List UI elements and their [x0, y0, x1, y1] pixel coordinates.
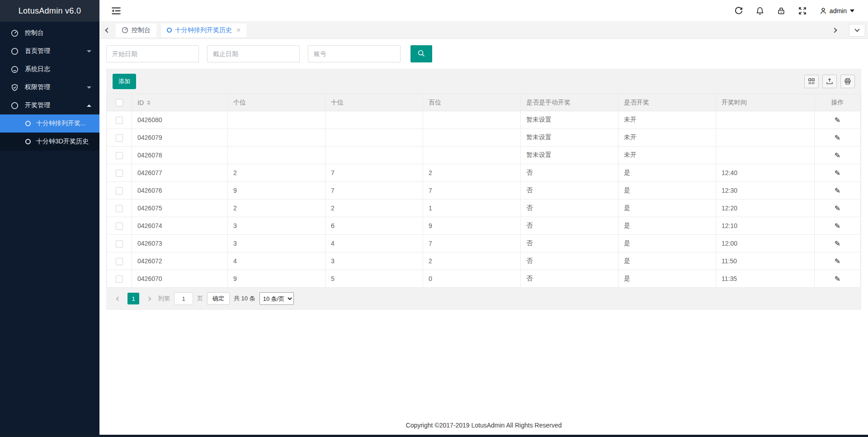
start-date-input[interactable] — [106, 45, 199, 62]
fullscreen-icon[interactable] — [798, 6, 807, 15]
dashboard-icon — [11, 29, 19, 37]
next-page-icon[interactable] — [143, 293, 154, 304]
table-row: 0426077272否是12:40✎ — [107, 164, 861, 182]
table-row: 0426073347否是12:00✎ — [107, 235, 861, 252]
sidebar-item-console[interactable]: 控制台 — [0, 24, 99, 42]
edit-icon[interactable]: ✎ — [835, 187, 840, 195]
cell-units: 4 — [228, 252, 326, 270]
tabs-scroll-left-icon[interactable] — [99, 28, 116, 32]
search-form — [106, 44, 861, 69]
footer-copyright: Copyright ©2017-2019 LotusAdmin All Righ… — [99, 415, 868, 437]
table-row: 0426080暂未设置未开✎ — [107, 111, 861, 129]
cell-manual: 否 — [521, 270, 618, 288]
collapse-sidebar-icon[interactable] — [111, 7, 121, 15]
sort-icon[interactable] — [147, 100, 151, 105]
lock-icon[interactable] — [777, 6, 786, 15]
goto-page-input[interactable] — [174, 292, 193, 305]
columns-icon[interactable] — [804, 75, 819, 88]
goto-label: 到第 — [158, 294, 170, 303]
cell-actions: ✎ — [815, 147, 861, 164]
total-count: 共 10 条 — [234, 294, 255, 303]
chevron-down-icon — [87, 50, 91, 52]
per-page-select[interactable]: 10 条/页 — [259, 292, 294, 305]
main-area: admin 控制台 十分钟排列开奖历史 × — [99, 0, 868, 437]
col-header-id[interactable]: ID — [132, 94, 228, 111]
cell-actions: ✎ — [815, 111, 861, 129]
sidebar-item-system-log[interactable]: 系统日志 — [0, 60, 99, 78]
edit-icon[interactable]: ✎ — [835, 257, 840, 265]
cell-tens: 3 — [326, 252, 423, 270]
sidebar-subitem-3d-history[interactable]: 十分钟3D开奖历史 — [0, 133, 99, 151]
edit-icon[interactable]: ✎ — [835, 134, 840, 142]
cell-actions: ✎ — [815, 200, 861, 217]
select-all-checkbox[interactable] — [116, 99, 123, 106]
cell-tens: 7 — [326, 164, 423, 182]
row-checkbox[interactable] — [116, 117, 123, 124]
row-checkbox[interactable] — [116, 276, 123, 283]
tab-console[interactable]: 控制台 — [116, 24, 156, 37]
tabs-scroll-right-icon[interactable] — [826, 28, 843, 32]
cell-actions: ✎ — [815, 270, 861, 288]
select-all-cell — [107, 94, 132, 111]
cell-manual: 暂未设置 — [521, 129, 618, 147]
cell-tens: 7 — [326, 182, 423, 200]
edit-icon[interactable]: ✎ — [835, 222, 840, 230]
print-icon[interactable] — [840, 75, 855, 88]
table-row: 0426079暂未设置未开✎ — [107, 129, 861, 147]
table-row: 0426076977否是12:30✎ — [107, 182, 861, 200]
chevron-down-icon — [87, 86, 91, 89]
row-checkbox[interactable] — [116, 187, 123, 195]
page-number-button[interactable]: 1 — [127, 293, 139, 304]
cell-manual: 否 — [521, 182, 618, 200]
edit-icon[interactable]: ✎ — [835, 275, 840, 283]
tabs-menu-button[interactable] — [849, 24, 865, 37]
search-button[interactable] — [410, 45, 432, 62]
sidebar-item-lottery-mgmt[interactable]: 开奖管理 — [0, 96, 99, 114]
row-checkbox[interactable] — [116, 152, 123, 159]
row-checkbox[interactable] — [116, 205, 123, 212]
ring-icon — [25, 121, 31, 126]
row-checkbox[interactable] — [116, 223, 123, 230]
row-checkbox[interactable] — [116, 134, 123, 142]
refresh-icon[interactable] — [734, 6, 743, 15]
cell-manual: 否 — [521, 164, 618, 182]
tab-label: 十分钟排列开奖历史 — [175, 26, 232, 34]
ring-icon — [11, 102, 19, 109]
edit-icon[interactable]: ✎ — [835, 240, 840, 247]
sidebar-item-label: 首页管理 — [25, 47, 50, 55]
row-checkbox[interactable] — [116, 258, 123, 265]
cell-opened: 是 — [618, 217, 716, 235]
cell-id: 0426070 — [132, 270, 228, 288]
cell-manual: 否 — [521, 217, 618, 235]
row-checkbox[interactable] — [116, 240, 123, 247]
edit-icon[interactable]: ✎ — [835, 169, 840, 177]
edit-icon[interactable]: ✎ — [835, 204, 840, 212]
prev-page-icon[interactable] — [113, 293, 123, 304]
toolbar-icons — [804, 75, 855, 88]
cell-units: 3 — [228, 217, 326, 235]
tab-pailie-history[interactable]: 十分钟排列开奖历史 × — [161, 24, 246, 37]
sidebar-item-label: 系统日志 — [25, 65, 50, 73]
cell-time: 12:30 — [716, 182, 815, 200]
bottom-strip — [0, 435, 868, 437]
account-input[interactable] — [308, 45, 401, 62]
confirm-page-button[interactable]: 确定 — [207, 292, 230, 305]
sidebar-item-home-mgmt[interactable]: 首页管理 — [0, 42, 99, 60]
sidebar-subitem-pailie-history[interactable]: 十分钟排列开奖... — [0, 114, 99, 133]
tab-label: 控制台 — [132, 26, 151, 34]
export-icon[interactable] — [822, 75, 837, 88]
sidebar-item-label: 控制台 — [25, 29, 44, 37]
bell-icon[interactable] — [755, 6, 764, 15]
row-checkbox[interactable] — [116, 170, 123, 177]
close-icon[interactable]: × — [236, 27, 241, 34]
cell-hundreds — [423, 111, 521, 129]
cell-time — [716, 147, 815, 164]
user-menu[interactable]: admin — [819, 7, 854, 15]
sidebar-item-permissions[interactable]: 权限管理 — [0, 78, 99, 96]
edit-icon[interactable]: ✎ — [835, 116, 840, 124]
end-date-input[interactable] — [207, 45, 300, 62]
col-header-hundreds: 百位 — [423, 94, 521, 111]
edit-icon[interactable]: ✎ — [835, 152, 840, 159]
add-button[interactable]: 添加 — [113, 74, 136, 89]
caret-down-icon — [850, 10, 854, 12]
